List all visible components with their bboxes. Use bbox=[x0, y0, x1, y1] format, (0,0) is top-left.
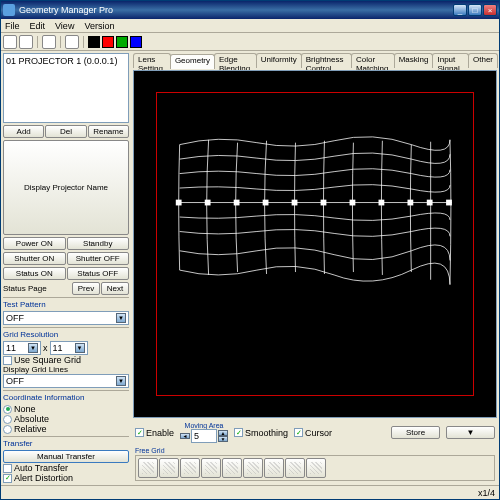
tab-masking[interactable]: Masking bbox=[394, 53, 434, 68]
display-grid-lines-select[interactable]: OFF ▼ bbox=[3, 374, 129, 388]
titlebar: Geometry Manager Pro _ □ × bbox=[1, 1, 499, 19]
statusbar: x1/4 bbox=[1, 485, 499, 499]
grid-height-select[interactable]: 11 ▼ bbox=[50, 341, 88, 355]
menu-file[interactable]: File bbox=[5, 21, 20, 31]
tool-target-icon[interactable] bbox=[65, 35, 79, 49]
grid-tool-3-icon[interactable] bbox=[180, 458, 200, 478]
grid-tool-9-icon[interactable] bbox=[306, 458, 326, 478]
tab-geometry[interactable]: Geometry bbox=[170, 54, 215, 69]
standby-button[interactable]: Standby bbox=[67, 237, 130, 250]
maximize-button[interactable]: □ bbox=[468, 4, 482, 16]
grid-width-select[interactable]: 11 ▼ bbox=[3, 341, 41, 355]
geometry-canvas[interactable] bbox=[133, 70, 497, 418]
color-swatch-black[interactable] bbox=[88, 36, 100, 48]
minimize-button[interactable]: _ bbox=[453, 4, 467, 16]
coord-none-radio[interactable]: None bbox=[3, 404, 129, 414]
test-pattern-group: Test Pattern OFF ▼ bbox=[3, 297, 129, 325]
menu-version[interactable]: Version bbox=[84, 21, 114, 31]
grid-tool-6-icon[interactable] bbox=[243, 458, 263, 478]
moving-down-button[interactable]: ▼ bbox=[218, 436, 228, 442]
prev-button[interactable]: Prev bbox=[72, 282, 100, 295]
status-page-label: Status Page bbox=[3, 282, 71, 295]
menubar: File Edit View Version bbox=[1, 19, 499, 33]
moving-left-button[interactable]: ◄ bbox=[180, 433, 190, 439]
svg-rect-7 bbox=[379, 199, 385, 205]
sidebar: 01 PROJECTOR 1 (0.0.0.1) Add Del Rename … bbox=[1, 51, 131, 485]
grid-tool-7-icon[interactable] bbox=[264, 458, 284, 478]
shutter-off-button[interactable]: Shutter OFF bbox=[67, 252, 130, 265]
add-button[interactable]: Add bbox=[3, 125, 44, 138]
svg-rect-3 bbox=[263, 199, 269, 205]
cursor-checkbox[interactable]: ✓Cursor bbox=[294, 428, 332, 438]
checkbox-icon: ✓ bbox=[3, 474, 12, 483]
chevron-down-icon: ▼ bbox=[75, 343, 85, 353]
tab-brightness[interactable]: Brightness Control bbox=[301, 53, 352, 68]
use-square-label: Use Square Grid bbox=[14, 355, 81, 365]
coord-relative-radio[interactable]: Relative bbox=[3, 424, 129, 434]
tool-save-icon[interactable] bbox=[19, 35, 33, 49]
alert-distortion-checkbox[interactable]: ✓Alert Distortion bbox=[3, 473, 129, 483]
tab-edge[interactable]: Edge Blending bbox=[214, 53, 257, 68]
tree-item[interactable]: 01 PROJECTOR 1 (0.0.0.1) bbox=[6, 56, 126, 66]
grid-resolution-group: Grid Resolution 11 ▼ x 11 ▼ Use Square G… bbox=[3, 327, 129, 388]
rename-button[interactable]: Rename bbox=[88, 125, 129, 138]
status-on-button[interactable]: Status ON bbox=[3, 267, 66, 280]
controls-panel: ✓Enable Moving Area ◄ 5 ▲ ▼ ✓Smoothing bbox=[133, 420, 497, 483]
grid-height-value: 11 bbox=[53, 343, 63, 353]
auto-transfer-checkbox[interactable]: Auto Transfer bbox=[3, 463, 129, 473]
tab-uniformity[interactable]: Uniformity bbox=[256, 53, 302, 68]
menu-edit[interactable]: Edit bbox=[30, 21, 46, 31]
tab-other[interactable]: Other bbox=[468, 53, 498, 68]
projector-tree[interactable]: 01 PROJECTOR 1 (0.0.0.1) bbox=[3, 53, 129, 123]
color-swatch-green[interactable] bbox=[116, 36, 128, 48]
zoom-level: x1/4 bbox=[478, 488, 495, 498]
free-grid-label: Free Grid bbox=[135, 447, 165, 454]
display-grid-lines-label: Display Grid Lines bbox=[3, 365, 129, 374]
moving-area-input[interactable]: 5 bbox=[191, 429, 217, 443]
main-panel: Lens Setting Geometry Edge Blending Unif… bbox=[131, 51, 499, 485]
tab-color[interactable]: Color Matching bbox=[351, 53, 395, 68]
grid-res-title: Grid Resolution bbox=[3, 330, 129, 339]
grid-tool-4-icon[interactable] bbox=[201, 458, 221, 478]
store-dropdown-button[interactable]: ▼ bbox=[446, 426, 495, 439]
tab-lens[interactable]: Lens Setting bbox=[133, 53, 171, 68]
tool-settings-icon[interactable] bbox=[42, 35, 56, 49]
grid-tool-5-icon[interactable] bbox=[222, 458, 242, 478]
warped-grid bbox=[170, 106, 460, 299]
coordinate-group: Coordinate Information None Absolute Rel… bbox=[3, 390, 129, 434]
chevron-down-icon: ▼ bbox=[28, 343, 38, 353]
chevron-down-icon: ▼ bbox=[116, 376, 126, 386]
del-button[interactable]: Del bbox=[45, 125, 86, 138]
checkbox-icon bbox=[3, 464, 12, 473]
grid-tool-8-icon[interactable] bbox=[285, 458, 305, 478]
tab-input[interactable]: Input Signal bbox=[432, 53, 469, 68]
color-swatch-red[interactable] bbox=[102, 36, 114, 48]
coord-title: Coordinate Information bbox=[3, 393, 129, 402]
manual-transfer-button[interactable]: Manual Transfer bbox=[3, 450, 129, 463]
next-button[interactable]: Next bbox=[101, 282, 129, 295]
chevron-down-icon: ▼ bbox=[116, 313, 126, 323]
close-button[interactable]: × bbox=[483, 4, 497, 16]
power-on-button[interactable]: Power ON bbox=[3, 237, 66, 250]
svg-rect-9 bbox=[427, 199, 433, 205]
color-swatch-blue[interactable] bbox=[130, 36, 142, 48]
tabbar: Lens Setting Geometry Edge Blending Unif… bbox=[133, 53, 497, 68]
test-pattern-select[interactable]: OFF ▼ bbox=[3, 311, 129, 325]
coord-absolute-radio[interactable]: Absolute bbox=[3, 414, 129, 424]
tool-open-icon[interactable] bbox=[3, 35, 17, 49]
use-square-grid-checkbox[interactable]: Use Square Grid bbox=[3, 355, 129, 365]
grid-tool-2-icon[interactable] bbox=[159, 458, 179, 478]
grid-tool-1-icon[interactable] bbox=[138, 458, 158, 478]
store-button[interactable]: Store bbox=[391, 426, 440, 439]
menu-view[interactable]: View bbox=[55, 21, 74, 31]
status-off-button[interactable]: Status OFF bbox=[67, 267, 130, 280]
smoothing-checkbox[interactable]: ✓Smoothing bbox=[234, 428, 288, 438]
free-grid-toolbar bbox=[135, 455, 495, 481]
app-window: Geometry Manager Pro _ □ × File Edit Vie… bbox=[0, 0, 500, 500]
moving-area-label: Moving Area bbox=[185, 422, 224, 429]
svg-rect-10 bbox=[446, 199, 452, 205]
shutter-on-button[interactable]: Shutter ON bbox=[3, 252, 66, 265]
enable-checkbox[interactable]: ✓Enable bbox=[135, 428, 174, 438]
transfer-group: Transfer Manual Transfer Auto Transfer ✓… bbox=[3, 436, 129, 483]
display-projector-name-button[interactable]: Display Projector Name bbox=[3, 140, 129, 235]
